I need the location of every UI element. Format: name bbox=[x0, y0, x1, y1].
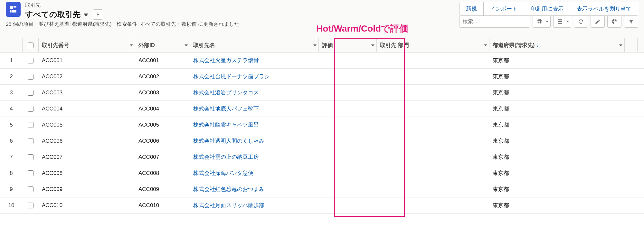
row-checkbox[interactable] bbox=[28, 90, 33, 96]
import-button[interactable]: インポート bbox=[484, 2, 524, 15]
row-checkbox[interactable] bbox=[28, 170, 33, 176]
row-select[interactable] bbox=[23, 133, 39, 149]
cell-account-number: ACC008 bbox=[39, 165, 135, 181]
row-number: 10 bbox=[0, 197, 23, 213]
filter-button[interactable] bbox=[624, 15, 638, 28]
header-trailing bbox=[625, 38, 638, 52]
cell-department bbox=[377, 133, 489, 149]
assign-label-button[interactable]: 表示ラベルを割り当て bbox=[570, 2, 638, 15]
table-row: 1ACC001ACC001株式会社火星カステラ骸骨東京都 bbox=[0, 52, 644, 69]
chevron-down-icon bbox=[313, 44, 317, 46]
chart-button[interactable] bbox=[607, 15, 621, 28]
cell-department bbox=[377, 165, 489, 181]
search-input[interactable] bbox=[459, 15, 530, 28]
row-select[interactable] bbox=[23, 117, 39, 133]
chevron-down-icon bbox=[371, 44, 374, 46]
cell-external-id: ACC004 bbox=[135, 101, 190, 117]
row-select[interactable] bbox=[23, 165, 39, 181]
cell-rating bbox=[319, 181, 377, 197]
header-rating[interactable]: 評価 bbox=[319, 38, 377, 52]
cell-account-name[interactable]: 株式会社深海パンダ急便 bbox=[190, 165, 319, 181]
account-link[interactable]: 株式会社火星カステラ骸骨 bbox=[193, 57, 259, 64]
row-checkbox[interactable] bbox=[28, 203, 33, 208]
row-checkbox[interactable] bbox=[28, 106, 33, 112]
cell-prefecture: 東京都 bbox=[489, 133, 625, 149]
cell-account-name[interactable]: 株式会社溶岩プリンタコス bbox=[190, 85, 319, 100]
chevron-down-icon bbox=[484, 44, 487, 46]
edit-button[interactable] bbox=[591, 15, 605, 28]
print-view-button[interactable]: 印刷用に表示 bbox=[524, 2, 570, 15]
table-row: 2ACC002ACC002株式会社台風ドーナツ歯ブラシ東京都 bbox=[0, 69, 644, 85]
account-link[interactable]: 株式会社幽霊キャベツ風呂 bbox=[193, 121, 259, 129]
row-checkbox[interactable] bbox=[28, 122, 33, 128]
list-view-title[interactable]: すべての取引先 bbox=[25, 9, 80, 20]
row-checkbox[interactable] bbox=[28, 186, 33, 192]
select-all-checkbox[interactable] bbox=[28, 43, 33, 48]
row-select[interactable] bbox=[23, 149, 39, 165]
cell-rating bbox=[319, 197, 377, 213]
sort-down-arrow-icon: ↓ bbox=[536, 42, 539, 49]
cell-department bbox=[377, 101, 489, 117]
table-row: 4ACC004ACC004株式会社地底人パフェ靴下東京都 bbox=[0, 101, 644, 117]
chevron-down-icon bbox=[546, 21, 548, 23]
header-select-all[interactable] bbox=[23, 38, 39, 52]
header-account-number[interactable]: 取引先番号 bbox=[39, 38, 135, 52]
row-select[interactable] bbox=[23, 101, 39, 117]
cell-department bbox=[377, 69, 489, 84]
cell-external-id: ACC006 bbox=[135, 133, 190, 149]
cell-external-id: ACC009 bbox=[135, 181, 190, 197]
cell-department bbox=[377, 52, 489, 68]
cell-account-name[interactable]: 株式会社幽霊キャベツ風呂 bbox=[190, 117, 319, 133]
account-link[interactable]: 株式会社深海パンダ急便 bbox=[193, 169, 253, 177]
cell-external-id: ACC001 bbox=[135, 52, 190, 68]
cell-account-name[interactable]: 株式会社透明人間のくしゃみ bbox=[190, 133, 319, 149]
cell-prefecture: 東京都 bbox=[489, 85, 625, 100]
row-checkbox[interactable] bbox=[28, 58, 33, 63]
cell-prefecture: 東京都 bbox=[489, 197, 625, 213]
account-link[interactable]: 株式会社台風ドーナツ歯ブラシ bbox=[193, 73, 270, 80]
header-account-name[interactable]: 取引先名 bbox=[190, 38, 319, 52]
account-link[interactable]: 株式会社地底人パフェ靴下 bbox=[193, 105, 259, 112]
row-checkbox[interactable] bbox=[28, 154, 33, 160]
table-row: 7ACC007ACC007株式会社雲の上の納豆工房東京都 bbox=[0, 149, 644, 165]
list-view-switcher-caret-icon[interactable] bbox=[84, 14, 88, 16]
settings-button[interactable] bbox=[533, 15, 551, 28]
header-department[interactable]: 取引先 部門 bbox=[377, 38, 489, 52]
display-as-button[interactable] bbox=[553, 15, 571, 28]
cell-prefecture: 東京都 bbox=[489, 52, 625, 68]
pin-list-view-button[interactable] bbox=[93, 9, 103, 20]
refresh-button[interactable] bbox=[574, 15, 588, 28]
cell-rating bbox=[319, 149, 377, 165]
account-link[interactable]: 株式会社溶岩プリンタコス bbox=[193, 89, 259, 96]
row-select[interactable] bbox=[23, 197, 39, 213]
cell-account-name[interactable]: 株式会社虹色恐竜のおつまみ bbox=[190, 181, 319, 197]
cell-account-name[interactable]: 株式会社雲の上の納豆工房 bbox=[190, 149, 319, 165]
table-row: 5ACC005ACC005株式会社幽霊キャベツ風呂東京都 bbox=[0, 117, 644, 133]
row-select[interactable] bbox=[23, 52, 39, 68]
action-bar: 新規 インポート 印刷用に表示 表示ラベルを割り当て bbox=[459, 2, 638, 16]
account-link[interactable]: 株式会社虹色恐竜のおつまみ bbox=[193, 186, 264, 193]
row-checkbox[interactable] bbox=[28, 138, 33, 144]
new-button[interactable]: 新規 bbox=[459, 2, 484, 15]
row-select[interactable] bbox=[23, 181, 39, 197]
cell-trailing bbox=[625, 52, 638, 68]
row-number: 3 bbox=[0, 85, 23, 100]
row-checkbox[interactable] bbox=[28, 74, 33, 80]
cell-account-number: ACC005 bbox=[39, 117, 135, 133]
cell-account-name[interactable]: 株式会社火星カステラ骸骨 bbox=[190, 52, 319, 68]
row-number: 7 bbox=[0, 149, 23, 165]
account-link[interactable]: 株式会社雲の上の納豆工房 bbox=[193, 153, 259, 161]
account-link[interactable]: 株式会社月面スリッパ散歩部 bbox=[193, 202, 264, 209]
header-prefecture[interactable]: 都道府県(請求先) ↓ bbox=[489, 38, 625, 52]
cell-department bbox=[377, 117, 489, 133]
row-number: 5 bbox=[0, 117, 23, 133]
cell-account-name[interactable]: 株式会社地底人パフェ靴下 bbox=[190, 101, 319, 117]
row-select[interactable] bbox=[23, 85, 39, 100]
cell-account-number: ACC006 bbox=[39, 133, 135, 149]
row-select[interactable] bbox=[23, 69, 39, 84]
cell-account-name[interactable]: 株式会社台風ドーナツ歯ブラシ bbox=[190, 69, 319, 84]
header-external-id[interactable]: 外部ID bbox=[135, 38, 190, 52]
cell-account-name[interactable]: 株式会社月面スリッパ散歩部 bbox=[190, 197, 319, 213]
cell-trailing bbox=[625, 85, 638, 100]
account-link[interactable]: 株式会社透明人間のくしゃみ bbox=[193, 137, 264, 145]
